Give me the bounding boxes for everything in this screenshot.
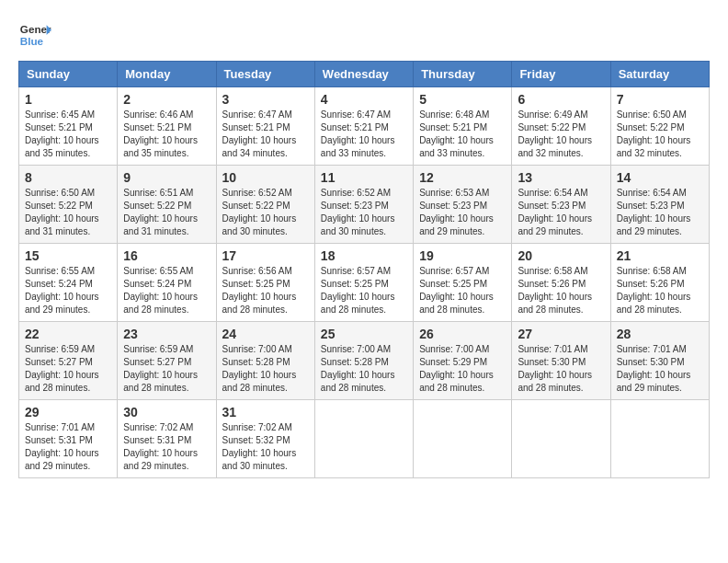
calendar-cell: 9 Sunrise: 6:51 AMSunset: 5:22 PMDayligh… (118, 166, 216, 244)
week-row-5: 29 Sunrise: 7:01 AMSunset: 5:31 PMDaylig… (19, 400, 710, 478)
day-info: Sunrise: 6:49 AMSunset: 5:22 PMDaylight:… (518, 109, 604, 160)
week-row-1: 1 Sunrise: 6:45 AMSunset: 5:21 PMDayligh… (19, 87, 710, 166)
day-number: 30 (123, 405, 210, 419)
day-number: 20 (518, 248, 604, 263)
day-info: Sunrise: 6:46 AMSunset: 5:21 PMDaylight:… (123, 109, 210, 160)
calendar-cell: 30 Sunrise: 7:02 AMSunset: 5:31 PMDaylig… (118, 400, 216, 478)
day-number: 22 (25, 327, 111, 341)
calendar-cell: 3 Sunrise: 6:47 AMSunset: 5:21 PMDayligh… (216, 87, 314, 166)
calendar-cell: 14 Sunrise: 6:54 AMSunset: 5:23 PMDaylig… (610, 166, 709, 244)
calendar-cell: 2 Sunrise: 6:46 AMSunset: 5:21 PMDayligh… (118, 87, 216, 166)
calendar-cell: 28 Sunrise: 7:01 AMSunset: 5:30 PMDaylig… (610, 322, 709, 400)
day-info: Sunrise: 6:54 AMSunset: 5:23 PMDaylight:… (518, 187, 604, 238)
day-number: 15 (25, 248, 111, 263)
day-info: Sunrise: 6:47 AMSunset: 5:21 PMDaylight:… (222, 109, 309, 160)
day-info: Sunrise: 6:51 AMSunset: 5:22 PMDaylight:… (123, 187, 210, 238)
weekday-header-row: SundayMondayTuesdayWednesdayThursdayFrid… (19, 62, 710, 87)
day-number: 27 (518, 327, 604, 341)
day-info: Sunrise: 7:00 AMSunset: 5:29 PMDaylight:… (419, 343, 506, 395)
day-number: 7 (617, 92, 703, 107)
calendar-cell: 13 Sunrise: 6:54 AMSunset: 5:23 PMDaylig… (512, 166, 610, 244)
calendar-cell: 16 Sunrise: 6:55 AMSunset: 5:24 PMDaylig… (118, 244, 216, 322)
day-number: 10 (222, 170, 309, 185)
day-info: Sunrise: 6:50 AMSunset: 5:22 PMDaylight:… (25, 187, 111, 238)
header: General Blue (18, 18, 710, 52)
weekday-header-tuesday: Tuesday (216, 62, 314, 87)
calendar-cell: 27 Sunrise: 7:01 AMSunset: 5:30 PMDaylig… (512, 322, 610, 400)
day-number: 31 (222, 405, 309, 419)
day-info: Sunrise: 6:47 AMSunset: 5:21 PMDaylight:… (321, 109, 407, 160)
weekday-header-monday: Monday (118, 62, 216, 87)
day-number: 28 (617, 327, 703, 341)
day-number: 25 (321, 327, 407, 341)
day-number: 17 (222, 248, 309, 263)
day-info: Sunrise: 6:54 AMSunset: 5:23 PMDaylight:… (617, 187, 703, 238)
calendar-cell: 15 Sunrise: 6:55 AMSunset: 5:24 PMDaylig… (19, 244, 118, 322)
day-info: Sunrise: 6:55 AMSunset: 5:24 PMDaylight:… (123, 265, 210, 316)
calendar-cell: 7 Sunrise: 6:50 AMSunset: 5:22 PMDayligh… (610, 87, 709, 166)
calendar-cell: 1 Sunrise: 6:45 AMSunset: 5:21 PMDayligh… (19, 87, 118, 166)
weekday-header-sunday: Sunday (19, 62, 118, 87)
calendar-cell: 23 Sunrise: 6:59 AMSunset: 5:27 PMDaylig… (118, 322, 216, 400)
weekday-header-friday: Friday (512, 62, 610, 87)
day-info: Sunrise: 6:58 AMSunset: 5:26 PMDaylight:… (617, 265, 703, 316)
calendar-cell: 19 Sunrise: 6:57 AMSunset: 5:25 PMDaylig… (414, 244, 512, 322)
day-number: 21 (617, 248, 703, 263)
day-info: Sunrise: 6:58 AMSunset: 5:26 PMDaylight:… (518, 265, 604, 316)
day-number: 8 (25, 170, 111, 185)
day-number: 11 (321, 170, 407, 185)
calendar-cell: 29 Sunrise: 7:01 AMSunset: 5:31 PMDaylig… (19, 400, 118, 478)
day-info: Sunrise: 7:01 AMSunset: 5:30 PMDaylight:… (617, 343, 703, 395)
day-number: 1 (25, 92, 111, 107)
week-row-4: 22 Sunrise: 6:59 AMSunset: 5:27 PMDaylig… (19, 322, 710, 400)
day-number: 9 (123, 170, 210, 185)
day-number: 16 (123, 248, 210, 263)
day-number: 2 (123, 92, 210, 107)
calendar-cell: 17 Sunrise: 6:56 AMSunset: 5:25 PMDaylig… (216, 244, 314, 322)
week-row-3: 15 Sunrise: 6:55 AMSunset: 5:24 PMDaylig… (19, 244, 710, 322)
day-info: Sunrise: 6:59 AMSunset: 5:27 PMDaylight:… (123, 343, 210, 395)
calendar-cell: 31 Sunrise: 7:02 AMSunset: 5:32 PMDaylig… (216, 400, 314, 478)
calendar-table: SundayMondayTuesdayWednesdayThursdayFrid… (18, 61, 710, 478)
weekday-header-thursday: Thursday (414, 62, 512, 87)
calendar-cell: 26 Sunrise: 7:00 AMSunset: 5:29 PMDaylig… (414, 322, 512, 400)
calendar-cell (314, 400, 413, 478)
day-number: 4 (321, 92, 407, 107)
calendar-cell (610, 400, 709, 478)
day-number: 18 (321, 248, 407, 263)
day-info: Sunrise: 7:00 AMSunset: 5:28 PMDaylight:… (321, 343, 407, 395)
day-number: 12 (419, 170, 506, 185)
calendar-cell: 10 Sunrise: 6:52 AMSunset: 5:22 PMDaylig… (216, 166, 314, 244)
calendar-cell: 18 Sunrise: 6:57 AMSunset: 5:25 PMDaylig… (314, 244, 413, 322)
day-info: Sunrise: 6:48 AMSunset: 5:21 PMDaylight:… (419, 109, 506, 160)
calendar-cell: 4 Sunrise: 6:47 AMSunset: 5:21 PMDayligh… (314, 87, 413, 166)
day-number: 23 (123, 327, 210, 341)
calendar-cell (512, 400, 610, 478)
day-info: Sunrise: 7:01 AMSunset: 5:31 PMDaylight:… (25, 421, 111, 473)
day-info: Sunrise: 6:52 AMSunset: 5:23 PMDaylight:… (321, 187, 407, 238)
day-info: Sunrise: 7:00 AMSunset: 5:28 PMDaylight:… (222, 343, 309, 395)
logo: General Blue (18, 18, 51, 52)
day-info: Sunrise: 6:45 AMSunset: 5:21 PMDaylight:… (25, 109, 111, 160)
calendar-cell: 20 Sunrise: 6:58 AMSunset: 5:26 PMDaylig… (512, 244, 610, 322)
day-number: 19 (419, 248, 506, 263)
calendar-cell (414, 400, 512, 478)
day-info: Sunrise: 6:55 AMSunset: 5:24 PMDaylight:… (25, 265, 111, 316)
calendar-cell: 8 Sunrise: 6:50 AMSunset: 5:22 PMDayligh… (19, 166, 118, 244)
day-info: Sunrise: 6:50 AMSunset: 5:22 PMDaylight:… (617, 109, 703, 160)
logo-icon: General Blue (18, 18, 51, 52)
day-number: 3 (222, 92, 309, 107)
day-info: Sunrise: 7:02 AMSunset: 5:31 PMDaylight:… (123, 421, 210, 473)
week-row-2: 8 Sunrise: 6:50 AMSunset: 5:22 PMDayligh… (19, 166, 710, 244)
calendar-cell: 11 Sunrise: 6:52 AMSunset: 5:23 PMDaylig… (314, 166, 413, 244)
calendar-cell: 24 Sunrise: 7:00 AMSunset: 5:28 PMDaylig… (216, 322, 314, 400)
calendar-cell: 12 Sunrise: 6:53 AMSunset: 5:23 PMDaylig… (414, 166, 512, 244)
day-info: Sunrise: 6:57 AMSunset: 5:25 PMDaylight:… (419, 265, 506, 316)
day-number: 24 (222, 327, 309, 341)
calendar-cell: 21 Sunrise: 6:58 AMSunset: 5:26 PMDaylig… (610, 244, 709, 322)
calendar-cell: 6 Sunrise: 6:49 AMSunset: 5:22 PMDayligh… (512, 87, 610, 166)
day-number: 13 (518, 170, 604, 185)
svg-text:Blue: Blue (20, 35, 44, 47)
day-info: Sunrise: 6:56 AMSunset: 5:25 PMDaylight:… (222, 265, 309, 316)
calendar-cell: 22 Sunrise: 6:59 AMSunset: 5:27 PMDaylig… (19, 322, 118, 400)
